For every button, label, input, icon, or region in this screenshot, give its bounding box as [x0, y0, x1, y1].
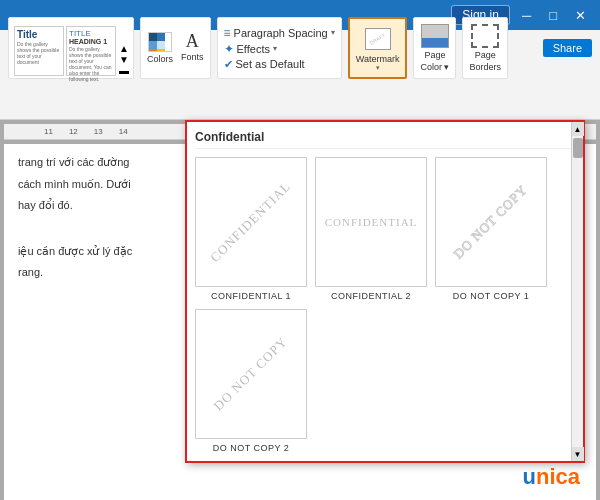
color-dot-2	[157, 33, 165, 41]
theme-heading-text: Do the gallery shows the possible text o…	[69, 46, 113, 82]
effects-row[interactable]: ✦ Effects ▾	[224, 41, 335, 57]
watermark-icon-text: DRAFT	[369, 32, 386, 46]
watermark-text-conf1: CONFIDENTIAL	[207, 178, 294, 265]
color-dot-1	[149, 33, 157, 41]
minimize-button[interactable]: ─	[516, 6, 537, 25]
watermark-text-dncopy1: DO NOT COPY	[451, 182, 531, 262]
cf-row: Colors A Fonts	[147, 32, 204, 64]
watermark-preview-icon: DRAFT	[365, 28, 391, 50]
theme-scroll-down[interactable]: ▼	[119, 54, 129, 65]
watermark-icon: DRAFT	[362, 25, 394, 53]
watermark-caption-dncopy1: DO NOT COPY 1	[453, 291, 530, 301]
set-as-default-label: Set as Default	[236, 58, 305, 70]
effects-arrow: ▾	[273, 44, 277, 53]
close-button[interactable]: ✕	[569, 6, 592, 25]
page-borders-label: Page	[475, 50, 496, 60]
watermark-grid: CONFIDENTIAL CONFIDENTIAL 1 CONFIDENTIAL…	[195, 157, 575, 453]
theme-heading2-label: HEADING 1	[69, 38, 113, 45]
effects-label: Effects	[237, 43, 270, 55]
theme-preview-heading[interactable]: TITLE HEADING 1 Do the gallery shows the…	[66, 26, 116, 76]
ruler-mark-13: 13	[94, 127, 103, 136]
fonts-label: Fonts	[181, 52, 204, 62]
page-color-icon	[421, 24, 449, 48]
app-area: 11 12 13 14 trang trí với các đường cách…	[0, 120, 600, 500]
ribbon-row: Title Do the gallery shows the possible …	[8, 34, 592, 62]
paragraph-spacing-icon: ≡	[224, 26, 231, 40]
theme-heading-label: TITLE	[69, 29, 113, 38]
watermark-panel: Confidential CONFIDENTIAL CONFIDENTIAL 1…	[185, 120, 585, 463]
watermark-label: Watermark	[356, 54, 400, 64]
share-button[interactable]: Share	[543, 39, 592, 57]
colors-item[interactable]: Colors	[147, 32, 173, 64]
color-dot-5	[149, 49, 157, 52]
watermark-group[interactable]: DRAFT Watermark ▾	[348, 17, 408, 79]
page-borders-icon	[471, 24, 499, 48]
unica-logo: unica	[523, 464, 580, 490]
watermark-preview-dncopy2: DO NOT COPY	[195, 309, 307, 439]
ruler-mark-12: 12	[69, 127, 78, 136]
scroll-down-button[interactable]: ▼	[572, 447, 584, 461]
page-borders-sub: Borders	[469, 62, 501, 72]
watermark-item-dncopy1[interactable]: DO NOT COPY DO NOT COPY 1	[435, 157, 547, 301]
page-color-label: Page	[424, 50, 445, 60]
watermark-panel-scrollbar[interactable]: ▲ ▼	[571, 122, 583, 461]
watermark-caption-conf2: CONFIDENTIAL 2	[331, 291, 411, 301]
effects-icon: ✦	[224, 42, 234, 56]
fonts-item[interactable]: A Fonts	[181, 32, 204, 64]
watermark-dropdown-arrow: ▾	[376, 64, 380, 72]
fonts-icon: A	[186, 32, 199, 50]
watermark-item-conf2[interactable]: CONFIDENTIAL CONFIDENTIAL 2	[315, 157, 427, 301]
theme-scroll-up[interactable]: ▲	[119, 43, 129, 54]
theme-preview-title[interactable]: Title Do the gallery shows the possible …	[14, 26, 64, 76]
color-dot-3	[149, 41, 157, 49]
colors-fonts-group[interactable]: Colors A Fonts	[140, 17, 211, 79]
restore-button[interactable]: □	[543, 6, 563, 25]
ruler-mark-11: 11	[44, 127, 53, 136]
page-color-sub: Color ▾	[420, 62, 449, 72]
page-color-group[interactable]: Page Color ▾	[413, 17, 456, 79]
color-dot-4	[157, 41, 165, 49]
theme-title-label: Title	[17, 29, 61, 40]
check-icon: ✔	[224, 58, 233, 71]
scroll-thumb[interactable]	[573, 138, 583, 158]
colors-label: Colors	[147, 54, 173, 64]
watermark-text-dncopy2: DO NOT COPY	[211, 334, 291, 414]
paragraph-spacing-row[interactable]: ≡ Paragraph Spacing ▾	[224, 25, 335, 41]
color-dot-6	[157, 49, 165, 52]
watermark-preview-conf2: CONFIDENTIAL	[315, 157, 427, 287]
paragraph-spacing-arrow: ▾	[331, 28, 335, 37]
watermark-text-conf2: CONFIDENTIAL	[325, 216, 418, 228]
scroll-up-button[interactable]: ▲	[572, 122, 584, 136]
watermark-caption-conf1: CONFIDENTIAL 1	[211, 291, 291, 301]
colors-swatch	[148, 32, 172, 52]
watermark-panel-title: Confidential	[195, 130, 575, 149]
watermark-preview-conf1: CONFIDENTIAL	[195, 157, 307, 287]
watermark-item-conf1[interactable]: CONFIDENTIAL CONFIDENTIAL 1	[195, 157, 307, 301]
watermark-caption-dncopy2: DO NOT COPY 2	[213, 443, 290, 453]
theme-group[interactable]: Title Do the gallery shows the possible …	[8, 17, 134, 79]
set-as-default-row[interactable]: ✔ Set as Default	[224, 57, 335, 72]
page-borders-group[interactable]: Page Borders	[462, 17, 508, 79]
paragraph-spacing-label: Paragraph Spacing	[234, 27, 328, 39]
watermark-item-dncopy2[interactable]: DO NOT COPY DO NOT COPY 2	[195, 309, 307, 453]
paragraph-spacing-group: ≡ Paragraph Spacing ▾ ✦ Effects ▾ ✔ Set …	[217, 17, 342, 79]
ribbon: Title Do the gallery shows the possible …	[0, 30, 600, 120]
unica-u: u	[523, 464, 536, 489]
ruler-mark-14: 14	[119, 127, 128, 136]
watermark-preview-dncopy1: DO NOT COPY	[435, 157, 547, 287]
unica-rest: nica	[536, 464, 580, 489]
theme-title-text: Do the gallery shows the possible text o…	[17, 41, 61, 65]
theme-expand[interactable]: ▬	[119, 65, 129, 76]
